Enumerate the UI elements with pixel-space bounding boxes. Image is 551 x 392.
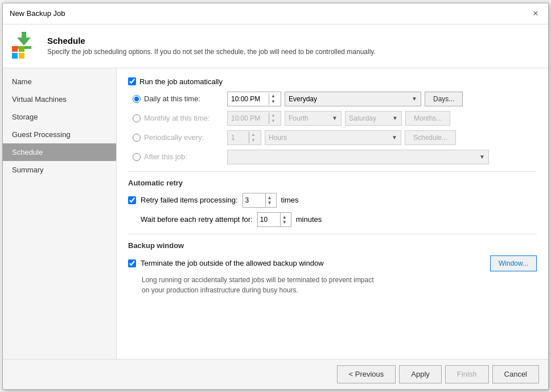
retry-down[interactable]: ▼ [266, 200, 274, 205]
sidebar-item-summary[interactable]: Summary [3, 161, 116, 179]
header-title: Schedule [47, 36, 376, 46]
window-button[interactable]: Window... [490, 255, 537, 271]
monthly-fourth-chevron: ▼ [332, 115, 338, 121]
periodic-unit-select: Hours ▼ [265, 130, 401, 145]
periodic-down: ▼ [249, 138, 257, 143]
sidebar-item-guest-processing[interactable]: Guest Processing [3, 126, 116, 143]
after-job-select: ▼ [227, 150, 489, 164]
sidebar-item-storage[interactable]: Storage [3, 108, 116, 126]
footer: < Previous Apply Finish Cancel [3, 359, 548, 389]
monthly-row: Monthly at this time: 10:00 PM ▲ ▼ Fourt… [133, 111, 537, 126]
schedule-options: Daily at this time: 10:00 PM ▲ ▼ Everyda… [133, 92, 537, 164]
daily-period-select[interactable]: Everyday ▼ [285, 92, 421, 106]
monthly-radio[interactable] [133, 114, 141, 122]
header-icon [12, 32, 39, 60]
sidebar-item-schedule[interactable]: Schedule [3, 143, 116, 161]
run-automatically-row: Run the job automatically [128, 77, 537, 86]
daily-time-input[interactable]: 10:00 PM ▲ ▼ [227, 92, 281, 106]
monthly-time-down: ▼ [269, 118, 277, 124]
daily-time-up[interactable]: ▲ [269, 93, 277, 99]
previous-button[interactable]: < Previous [337, 365, 396, 383]
dialog: New Backup Job × Sch [2, 3, 549, 390]
wait-label: Wait before each retry attempt for: [141, 215, 253, 224]
wait-row: Wait before each retry attempt for: 10 ▲… [141, 212, 537, 227]
header-text: Schedule Specify the job scheduling opti… [47, 36, 376, 56]
terminate-checkbox[interactable] [128, 259, 136, 267]
retry-label: Retry failed items processing: [141, 196, 238, 204]
after-job-radio[interactable] [133, 153, 141, 161]
periodic-label: Periodically every: [133, 133, 224, 142]
wait-up[interactable]: ▲ [281, 214, 289, 220]
dialog-title: New Backup Job [10, 9, 65, 18]
retry-row: Retry failed items processing: 3 ▲ ▼ tim… [128, 193, 537, 208]
monthly-time-up: ▲ [269, 113, 277, 118]
backup-window-description: Long running or accidentally started job… [142, 275, 537, 295]
automatic-retry-title: Automatic retry [128, 179, 537, 187]
monthly-time-input[interactable]: 10:00 PM ▲ ▼ [227, 111, 281, 126]
periodic-unit-chevron: ▼ [392, 134, 397, 141]
daily-time-spinner[interactable]: ▲ ▼ [269, 93, 277, 105]
backup-window-row: Terminate the job outside of the allowed… [128, 255, 537, 271]
monthly-day-select: Saturday ▼ [345, 111, 402, 126]
sidebar: Name Virtual Machines Storage Guest Proc… [3, 68, 117, 359]
backup-window-title: Backup window [128, 241, 537, 250]
daily-radio[interactable] [133, 95, 141, 103]
monthly-time-spinner: ▲ ▼ [269, 113, 277, 124]
finish-button[interactable]: Finish [445, 365, 489, 383]
monthly-day-chevron: ▼ [392, 115, 398, 121]
retry-up[interactable]: ▲ [266, 195, 274, 200]
periodic-up: ▲ [249, 132, 257, 138]
cancel-button[interactable]: Cancel [492, 365, 539, 383]
run-automatically-label: Run the job automatically [139, 77, 223, 86]
sidebar-item-name[interactable]: Name [3, 73, 116, 90]
title-bar: New Backup Job × [3, 3, 548, 24]
periodic-spinner: ▲ ▼ [249, 132, 257, 143]
wait-down[interactable]: ▼ [281, 220, 289, 225]
wait-value-input[interactable]: 10 ▲ ▼ [257, 212, 291, 227]
sidebar-item-virtual-machines[interactable]: Virtual Machines [3, 90, 116, 108]
backup-window-section: Backup window Terminate the job outside … [128, 241, 537, 295]
retry-value-input[interactable]: 3 ▲ ▼ [242, 193, 277, 208]
header: Schedule Specify the job scheduling opti… [3, 24, 548, 68]
retry-checkbox[interactable] [128, 196, 136, 204]
run-automatically-checkbox[interactable] [128, 77, 136, 85]
after-job-row: After this job: ▼ [133, 150, 537, 164]
months-button: Months... [405, 111, 450, 126]
content: Name Virtual Machines Storage Guest Proc… [3, 68, 548, 359]
wait-unit: minutes [296, 215, 322, 224]
periodic-value-input: 1 ▲ ▼ [227, 130, 261, 145]
periodic-radio[interactable] [133, 134, 141, 142]
daily-row: Daily at this time: 10:00 PM ▲ ▼ Everyda… [133, 92, 537, 106]
days-button[interactable]: Days... [425, 92, 463, 106]
monthly-label: Monthly at this time: [133, 114, 224, 122]
terminate-label: Terminate the job outside of the allowed… [141, 259, 324, 267]
schedule-button: Schedule... [405, 130, 456, 145]
daily-time-down[interactable]: ▼ [269, 99, 277, 105]
header-description: Specify the job scheduling options. If y… [47, 48, 376, 56]
periodic-row: Periodically every: 1 ▲ ▼ Hours ▼ [133, 130, 537, 145]
after-job-chevron: ▼ [479, 154, 485, 160]
daily-label: Daily at this time: [133, 94, 224, 103]
after-job-label: After this job: [133, 152, 224, 161]
main-content: Run the job automatically Daily at this … [117, 68, 548, 359]
close-button[interactable]: × [530, 8, 541, 19]
daily-period-chevron: ▼ [412, 96, 417, 102]
retry-unit: times [281, 196, 299, 204]
apply-button[interactable]: Apply [399, 365, 442, 383]
monthly-fourth-select: Fourth ▼ [285, 111, 342, 126]
